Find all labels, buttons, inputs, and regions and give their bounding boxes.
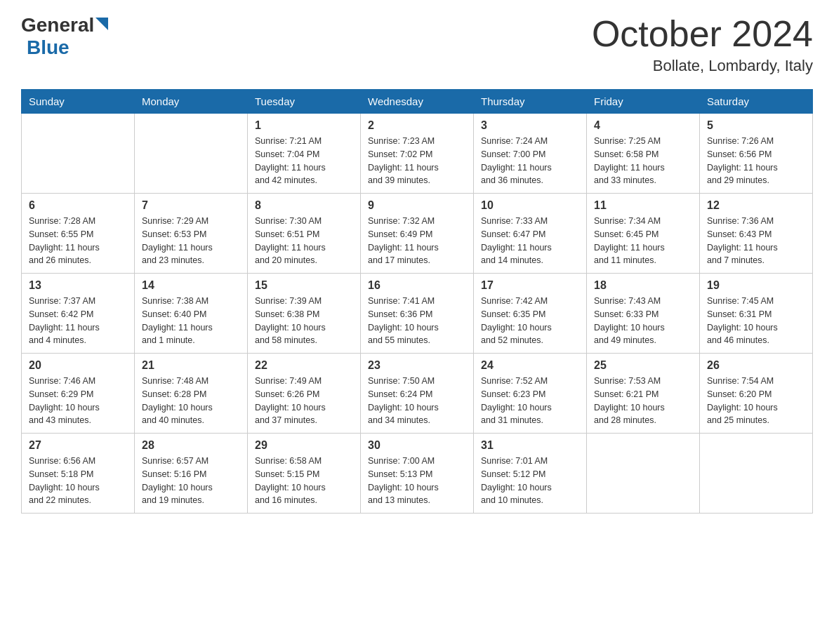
calendar-cell: 11Sunrise: 7:34 AMSunset: 6:45 PMDayligh… <box>587 194 700 274</box>
day-info: Sunrise: 7:50 AMSunset: 6:24 PMDaylight:… <box>368 375 466 427</box>
day-info: Sunrise: 7:01 AMSunset: 5:12 PMDaylight:… <box>481 455 579 507</box>
calendar-cell: 7Sunrise: 7:29 AMSunset: 6:53 PMDaylight… <box>135 194 248 274</box>
day-number: 30 <box>368 439 466 452</box>
day-number: 2 <box>368 119 466 132</box>
calendar-cell: 19Sunrise: 7:45 AMSunset: 6:31 PMDayligh… <box>700 274 813 354</box>
day-number: 15 <box>255 279 353 292</box>
day-number: 22 <box>255 359 353 372</box>
day-info: Sunrise: 7:54 AMSunset: 6:20 PMDaylight:… <box>707 375 805 427</box>
logo-general-text: General <box>21 14 94 36</box>
day-info: Sunrise: 6:56 AMSunset: 5:18 PMDaylight:… <box>29 455 127 507</box>
day-number: 11 <box>594 199 692 212</box>
calendar-cell: 4Sunrise: 7:25 AMSunset: 6:58 PMDaylight… <box>587 114 700 194</box>
calendar-cell <box>700 434 813 514</box>
day-number: 13 <box>29 279 127 292</box>
day-info: Sunrise: 7:45 AMSunset: 6:31 PMDaylight:… <box>707 295 805 347</box>
calendar-cell: 9Sunrise: 7:32 AMSunset: 6:49 PMDaylight… <box>361 194 474 274</box>
day-info: Sunrise: 7:00 AMSunset: 5:13 PMDaylight:… <box>368 455 466 507</box>
day-number: 21 <box>142 359 240 372</box>
calendar-table: SundayMondayTuesdayWednesdayThursdayFrid… <box>21 89 813 514</box>
day-number: 25 <box>594 359 692 372</box>
day-info: Sunrise: 7:39 AMSunset: 6:38 PMDaylight:… <box>255 295 353 347</box>
day-info: Sunrise: 7:24 AMSunset: 7:00 PMDaylight:… <box>481 135 579 187</box>
calendar-cell: 12Sunrise: 7:36 AMSunset: 6:43 PMDayligh… <box>700 194 813 274</box>
day-info: Sunrise: 7:53 AMSunset: 6:21 PMDaylight:… <box>594 375 692 427</box>
calendar-cell: 15Sunrise: 7:39 AMSunset: 6:38 PMDayligh… <box>248 274 361 354</box>
day-number: 12 <box>707 199 805 212</box>
month-title: October 2024 <box>592 14 813 54</box>
logo-blue-text: Blue <box>27 36 70 58</box>
day-number: 18 <box>594 279 692 292</box>
logo: General Blue <box>21 14 108 59</box>
calendar-cell: 27Sunrise: 6:56 AMSunset: 5:18 PMDayligh… <box>22 434 135 514</box>
day-info: Sunrise: 7:30 AMSunset: 6:51 PMDaylight:… <box>255 215 353 267</box>
calendar-header-monday: Monday <box>135 90 248 114</box>
day-number: 20 <box>29 359 127 372</box>
day-number: 6 <box>29 199 127 212</box>
calendar-week-row: 1Sunrise: 7:21 AMSunset: 7:04 PMDaylight… <box>22 114 813 194</box>
day-info: Sunrise: 6:57 AMSunset: 5:16 PMDaylight:… <box>142 455 240 507</box>
calendar-cell: 13Sunrise: 7:37 AMSunset: 6:42 PMDayligh… <box>22 274 135 354</box>
calendar-cell: 20Sunrise: 7:46 AMSunset: 6:29 PMDayligh… <box>22 354 135 434</box>
calendar-cell: 14Sunrise: 7:38 AMSunset: 6:40 PMDayligh… <box>135 274 248 354</box>
day-info: Sunrise: 7:25 AMSunset: 6:58 PMDaylight:… <box>594 135 692 187</box>
day-number: 8 <box>255 199 353 212</box>
calendar-cell: 30Sunrise: 7:00 AMSunset: 5:13 PMDayligh… <box>361 434 474 514</box>
day-info: Sunrise: 7:32 AMSunset: 6:49 PMDaylight:… <box>368 215 466 267</box>
day-number: 23 <box>368 359 466 372</box>
day-info: Sunrise: 6:58 AMSunset: 5:15 PMDaylight:… <box>255 455 353 507</box>
day-number: 4 <box>594 119 692 132</box>
calendar-header-friday: Friday <box>587 90 700 114</box>
day-number: 29 <box>255 439 353 452</box>
day-info: Sunrise: 7:26 AMSunset: 6:56 PMDaylight:… <box>707 135 805 187</box>
calendar-cell: 10Sunrise: 7:33 AMSunset: 6:47 PMDayligh… <box>474 194 587 274</box>
calendar-cell: 29Sunrise: 6:58 AMSunset: 5:15 PMDayligh… <box>248 434 361 514</box>
day-number: 1 <box>255 119 353 132</box>
day-number: 3 <box>481 119 579 132</box>
day-number: 26 <box>707 359 805 372</box>
calendar-header-wednesday: Wednesday <box>361 90 474 114</box>
svg-marker-0 <box>95 18 108 30</box>
calendar-week-row: 13Sunrise: 7:37 AMSunset: 6:42 PMDayligh… <box>22 274 813 354</box>
calendar-cell: 26Sunrise: 7:54 AMSunset: 6:20 PMDayligh… <box>700 354 813 434</box>
calendar-cell <box>135 114 248 194</box>
calendar-header-sunday: Sunday <box>22 90 135 114</box>
calendar-cell: 18Sunrise: 7:43 AMSunset: 6:33 PMDayligh… <box>587 274 700 354</box>
calendar-cell: 8Sunrise: 7:30 AMSunset: 6:51 PMDaylight… <box>248 194 361 274</box>
day-info: Sunrise: 7:21 AMSunset: 7:04 PMDaylight:… <box>255 135 353 187</box>
day-info: Sunrise: 7:52 AMSunset: 6:23 PMDaylight:… <box>481 375 579 427</box>
day-info: Sunrise: 7:42 AMSunset: 6:35 PMDaylight:… <box>481 295 579 347</box>
calendar-cell: 5Sunrise: 7:26 AMSunset: 6:56 PMDaylight… <box>700 114 813 194</box>
day-number: 19 <box>707 279 805 292</box>
calendar-cell: 25Sunrise: 7:53 AMSunset: 6:21 PMDayligh… <box>587 354 700 434</box>
day-number: 24 <box>481 359 579 372</box>
calendar-header-row: SundayMondayTuesdayWednesdayThursdayFrid… <box>22 90 813 114</box>
title-block: October 2024 Bollate, Lombardy, Italy <box>592 14 813 75</box>
calendar-cell: 6Sunrise: 7:28 AMSunset: 6:55 PMDaylight… <box>22 194 135 274</box>
day-number: 10 <box>481 199 579 212</box>
day-info: Sunrise: 7:29 AMSunset: 6:53 PMDaylight:… <box>142 215 240 267</box>
calendar-cell: 22Sunrise: 7:49 AMSunset: 6:26 PMDayligh… <box>248 354 361 434</box>
day-info: Sunrise: 7:38 AMSunset: 6:40 PMDaylight:… <box>142 295 240 347</box>
page-header: General Blue October 2024 Bollate, Lomba… <box>21 14 813 75</box>
location-title: Bollate, Lombardy, Italy <box>592 57 813 75</box>
day-info: Sunrise: 7:33 AMSunset: 6:47 PMDaylight:… <box>481 215 579 267</box>
day-info: Sunrise: 7:43 AMSunset: 6:33 PMDaylight:… <box>594 295 692 347</box>
day-info: Sunrise: 7:49 AMSunset: 6:26 PMDaylight:… <box>255 375 353 427</box>
day-number: 17 <box>481 279 579 292</box>
day-number: 28 <box>142 439 240 452</box>
calendar-cell: 31Sunrise: 7:01 AMSunset: 5:12 PMDayligh… <box>474 434 587 514</box>
calendar-cell: 2Sunrise: 7:23 AMSunset: 7:02 PMDaylight… <box>361 114 474 194</box>
day-info: Sunrise: 7:34 AMSunset: 6:45 PMDaylight:… <box>594 215 692 267</box>
calendar-cell: 24Sunrise: 7:52 AMSunset: 6:23 PMDayligh… <box>474 354 587 434</box>
day-info: Sunrise: 7:36 AMSunset: 6:43 PMDaylight:… <box>707 215 805 267</box>
calendar-cell: 28Sunrise: 6:57 AMSunset: 5:16 PMDayligh… <box>135 434 248 514</box>
day-number: 16 <box>368 279 466 292</box>
calendar-cell: 1Sunrise: 7:21 AMSunset: 7:04 PMDaylight… <box>248 114 361 194</box>
day-number: 31 <box>481 439 579 452</box>
calendar-cell: 23Sunrise: 7:50 AMSunset: 6:24 PMDayligh… <box>361 354 474 434</box>
day-info: Sunrise: 7:46 AMSunset: 6:29 PMDaylight:… <box>29 375 127 427</box>
day-info: Sunrise: 7:48 AMSunset: 6:28 PMDaylight:… <box>142 375 240 427</box>
day-number: 14 <box>142 279 240 292</box>
day-number: 5 <box>707 119 805 132</box>
